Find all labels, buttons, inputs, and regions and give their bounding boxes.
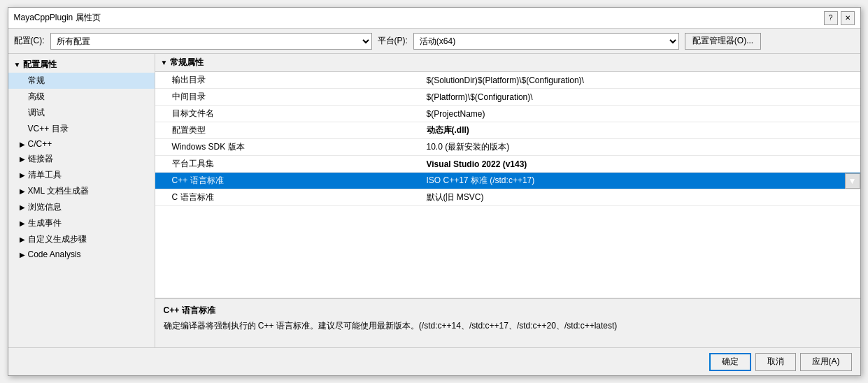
prop-value[interactable]: $(SolutionDir)$(Platform)\$(Configuratio… <box>421 73 860 87</box>
sidebar-item-custom-build[interactable]: ▶ 自定义生成步骤 <box>8 231 155 247</box>
props-section-header: ▼ 常规属性 <box>155 54 860 72</box>
collapse-arrow: ▶ <box>20 236 25 243</box>
sidebar-item-debug[interactable]: 调试 <box>8 105 155 121</box>
prop-value[interactable]: Visual Studio 2022 (v143) <box>421 157 860 171</box>
config-bar: 配置(C): 所有配置 平台(P): 活动(x64) 配置管理器(O)... <box>8 29 860 54</box>
tree-section-label: 配置属性 <box>23 59 57 71</box>
tree-item-label: VC++ 目录 <box>28 124 69 133</box>
sidebar-item-linker[interactable]: ▶ 链接器 <box>8 151 155 167</box>
help-button[interactable]: ? <box>824 11 838 25</box>
collapse-arrow: ▶ <box>20 155 25 163</box>
prop-value[interactable]: 动态库(.dll) <box>421 122 860 138</box>
sidebar-item-build-events[interactable]: ▶ 生成事件 <box>8 215 155 231</box>
tree-item-label: 常规 <box>28 75 45 85</box>
collapse-arrow: ▶ <box>20 140 25 148</box>
platform-select[interactable]: 活动(x64) <box>413 33 679 50</box>
config-label: 配置(C): <box>14 35 45 47</box>
close-button[interactable]: ✕ <box>841 11 855 25</box>
prop-name: 输出目录 <box>155 72 421 88</box>
dialog: MayaCppPlugin 属性页 ? ✕ 配置(C): 所有配置 平台(P):… <box>8 7 861 376</box>
prop-row-sdk-ver: Windows SDK 版本 10.0 (最新安装的版本) <box>155 139 860 156</box>
sidebar-item-browse[interactable]: ▶ 浏览信息 <box>8 199 155 215</box>
tree-item-label: 高级 <box>28 92 45 101</box>
prop-name: 平台工具集 <box>155 156 421 172</box>
tree-item-label: 清单工具 <box>28 169 62 181</box>
title-bar: MayaCppPlugin 属性页 ? ✕ <box>8 8 860 29</box>
desc-text: 确定编译器将强制执行的 C++ 语言标准。建议尽可能使用最新版本。(/std:c… <box>164 319 852 332</box>
sidebar-item-general[interactable]: 常规 <box>8 73 155 89</box>
cancel-button[interactable]: 取消 <box>755 353 796 371</box>
section-title: 常规属性 <box>170 57 204 68</box>
desc-title: C++ 语言标准 <box>164 305 852 317</box>
prop-row-cpp-standard: C++ 语言标准 ISO C++17 标准 (/std:c++17) ▼ <box>155 173 860 189</box>
prop-row-platform-toolset: 平台工具集 Visual Studio 2022 (v143) <box>155 156 860 173</box>
sidebar-item-manifest[interactable]: ▶ 清单工具 <box>8 167 155 183</box>
prop-value[interactable]: ISO C++17 标准 (/std:c++17) <box>421 173 845 189</box>
prop-value[interactable]: $(Platform)\$(Configuration)\ <box>421 90 860 104</box>
collapse-arrow: ▶ <box>20 187 25 195</box>
right-panel: ▼ 常规属性 输出目录 $(SolutionDir)$(Platform)\$(… <box>155 54 860 347</box>
sidebar-item-cpp[interactable]: ▶ C/C++ <box>8 137 155 151</box>
prop-name: C++ 语言标准 <box>155 173 421 189</box>
description-area: C++ 语言标准 确定编译器将强制执行的 C++ 语言标准。建议尽可能使用最新版… <box>155 298 860 347</box>
platform-label: 平台(P): <box>378 35 408 47</box>
collapse-arrow: ▶ <box>20 171 25 179</box>
prop-name: 配置类型 <box>155 122 421 138</box>
prop-value[interactable]: 10.0 (最新安装的版本) <box>421 139 860 155</box>
tree-item-label: 生成事件 <box>28 217 62 229</box>
prop-row-inter-dir: 中间目录 $(Platform)\$(Configuration)\ <box>155 89 860 106</box>
expand-arrow: ▼ <box>14 61 21 68</box>
sidebar-item-code-analysis[interactable]: ▶ Code Analysis <box>8 247 155 261</box>
main-content: ▼ 配置属性 常规 高级 调试 VC++ 目录 ▶ C/C++ ▶ 链接器 <box>8 54 860 347</box>
tree-item-label: 浏览信息 <box>28 201 62 213</box>
properties-area: ▼ 常规属性 输出目录 $(SolutionDir)$(Platform)\$(… <box>155 54 860 298</box>
prop-name: C 语言标准 <box>155 189 421 205</box>
prop-row-target-name: 目标文件名 $(ProjectName) <box>155 106 860 122</box>
sidebar-item-xml-doc[interactable]: ▶ XML 文档生成器 <box>8 183 155 199</box>
sidebar-item-advanced[interactable]: 高级 <box>8 89 155 105</box>
title-bar-buttons: ? ✕ <box>824 11 855 25</box>
tree-item-label: 调试 <box>28 108 45 117</box>
prop-value-container: ISO C++17 标准 (/std:c++17) ▼ <box>421 173 860 189</box>
prop-row-c-standard: C 语言标准 默认(旧 MSVC) <box>155 189 860 206</box>
config-manager-button[interactable]: 配置管理器(O)... <box>685 33 761 50</box>
collapse-arrow: ▶ <box>20 219 25 227</box>
prop-name: 中间目录 <box>155 89 421 105</box>
prop-value[interactable]: $(ProjectName) <box>421 107 860 121</box>
prop-name: Windows SDK 版本 <box>155 139 421 155</box>
ok-button[interactable]: 确定 <box>709 353 751 371</box>
prop-row-output-dir: 输出目录 $(SolutionDir)$(Platform)\$(Configu… <box>155 72 860 89</box>
left-panel: ▼ 配置属性 常规 高级 调试 VC++ 目录 ▶ C/C++ ▶ 链接器 <box>8 54 155 347</box>
collapse-arrow: ▶ <box>20 251 25 259</box>
prop-value[interactable]: 默认(旧 MSVC) <box>421 189 860 205</box>
config-select[interactable]: 所有配置 <box>50 33 372 50</box>
tree-item-label: C/C++ <box>28 139 52 149</box>
apply-button[interactable]: 应用(A) <box>800 353 852 371</box>
dropdown-button[interactable]: ▼ <box>845 173 860 189</box>
tree-item-label: Code Analysis <box>28 250 81 259</box>
prop-row-config-type: 配置类型 动态库(.dll) <box>155 122 860 139</box>
collapse-arrow: ▶ <box>20 203 25 211</box>
dialog-title: MayaCppPlugin 属性页 <box>14 12 101 24</box>
tree-section-config-props[interactable]: ▼ 配置属性 <box>8 57 155 73</box>
bottom-bar: 确定 取消 应用(A) <box>8 347 860 375</box>
section-arrow: ▼ <box>161 59 168 66</box>
tree-item-label: XML 文档生成器 <box>28 185 90 197</box>
tree-item-label: 链接器 <box>28 153 53 165</box>
sidebar-item-vc-dirs[interactable]: VC++ 目录 <box>8 121 155 137</box>
tree-item-label: 自定义生成步骤 <box>28 233 87 245</box>
prop-name: 目标文件名 <box>155 106 421 122</box>
